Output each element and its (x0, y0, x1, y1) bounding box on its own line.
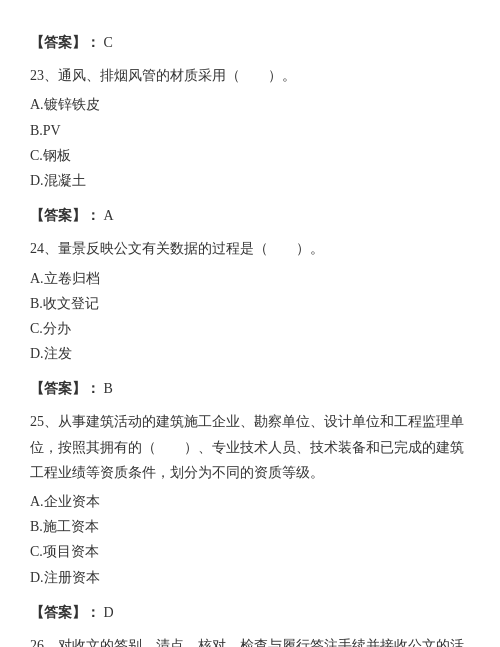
option-2-2: C.项目资本 (30, 539, 470, 564)
question-text-1: 24、量景反映公文有关数据的过程是（ ）。 (30, 236, 470, 261)
answer-value-1: A (104, 208, 114, 223)
option-2-3: D.注册资本 (30, 565, 470, 590)
answer-block-1: 【答案】： A (30, 203, 470, 228)
answer-block-2: 【答案】： B (30, 376, 470, 401)
option-1-2: C.分办 (30, 316, 470, 341)
option-0-2: C.钢板 (30, 143, 470, 168)
question-text-2: 25、从事建筑活动的建筑施工企业、勘察单位、设计单位和工程监理单位，按照其拥有的… (30, 409, 470, 485)
answer-value-0: C (104, 35, 113, 50)
answer-value-3: D (104, 605, 114, 620)
question-text-3: 26、对收文的签别、清点、核对、检查与履行签注手续并接收公文的活动是（ ）。 (30, 633, 470, 647)
answer-block-0: 【答案】： C (30, 30, 470, 55)
content-container: 【答案】： C23、通风、排烟风管的材质采用（ ）。A.镀锌铁皮B.PVC.钢板… (30, 30, 470, 647)
option-1-1: B.收文登记 (30, 291, 470, 316)
answer-label-2: 【答案】： (30, 381, 104, 396)
answer-value-2: B (104, 381, 113, 396)
answer-label-1: 【答案】： (30, 208, 104, 223)
option-1-0: A.立卷归档 (30, 266, 470, 291)
option-2-0: A.企业资本 (30, 489, 470, 514)
option-0-1: B.PV (30, 118, 470, 143)
question-text-0: 23、通风、排烟风管的材质采用（ ）。 (30, 63, 470, 88)
option-2-1: B.施工资本 (30, 514, 470, 539)
question-block-0: 23、通风、排烟风管的材质采用（ ）。A.镀锌铁皮B.PVC.钢板D.混凝土 (30, 63, 470, 193)
answer-block-3: 【答案】： D (30, 600, 470, 625)
question-block-1: 24、量景反映公文有关数据的过程是（ ）。A.立卷归档B.收文登记C.分办D.注… (30, 236, 470, 366)
answer-label-0: 【答案】： (30, 35, 104, 50)
question-block-2: 25、从事建筑活动的建筑施工企业、勘察单位、设计单位和工程监理单位，按照其拥有的… (30, 409, 470, 589)
answer-label-3: 【答案】： (30, 605, 104, 620)
option-0-0: A.镀锌铁皮 (30, 92, 470, 117)
option-1-3: D.注发 (30, 341, 470, 366)
question-block-3: 26、对收文的签别、清点、核对、检查与履行签注手续并接收公文的活动是（ ）。A.… (30, 633, 470, 647)
option-0-3: D.混凝土 (30, 168, 470, 193)
